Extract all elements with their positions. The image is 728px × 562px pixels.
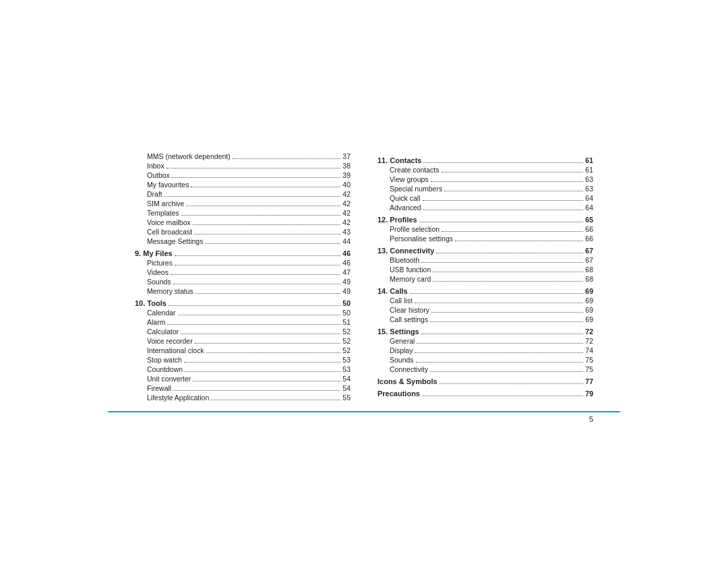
toc-subitem: Sounds49 [135,278,351,286]
toc-label: MMS (network dependent) [147,152,231,160]
toc-label: 11. Contacts [377,156,421,164]
toc-page: MMS (network dependent)37Inbox38Outbox39… [108,132,620,430]
toc-page-num: 61 [585,166,593,174]
toc-subitem: General72 [377,337,593,345]
toc-dots [423,200,584,201]
toc-page-num: 66 [585,235,593,243]
toc-subitem: Profile selection66 [377,225,593,233]
toc-dots [433,272,583,272]
toc-page-num: 46 [342,259,351,267]
toc-page-num: 67 [585,256,593,264]
toc-dots [169,305,340,306]
bottom-bar [108,411,620,412]
toc-subitem: View groups63 [377,175,593,183]
toc-page-num: 69 [585,287,593,295]
toc-dots [419,222,584,222]
toc-subitem: Message Settings44 [135,237,351,245]
toc-dots [184,362,340,363]
toc-page-num: 42 [342,209,351,217]
toc-page-num: 42 [342,190,351,198]
toc-label: Draft [147,190,162,198]
left-column: MMS (network dependent)37Inbox38Outbox39… [135,152,351,403]
toc-page-num: 79 [585,389,593,398]
toc-page-num: 38 [342,162,351,170]
toc-dots [175,265,340,266]
toc-section: Precautions79 [377,389,593,398]
toc-subitem: Lifestyle Application55 [135,394,351,402]
toc-subitem: Voice recorder52 [135,337,351,345]
toc-page-num: 63 [585,185,593,193]
toc-label: USB function [390,266,431,274]
toc-dots [185,371,340,372]
toc-container: MMS (network dependent)37Inbox38Outbox39… [135,152,593,403]
toc-dots [455,241,583,241]
toc-dots [436,253,583,253]
toc-subitem: Sounds75 [377,356,593,364]
toc-label: Special numbers [390,185,442,193]
toc-label: Countdown [147,365,183,373]
toc-section: 10. Tools50 [135,299,351,307]
toc-subitem: Memory card68 [377,275,593,283]
toc-dots [186,206,340,206]
toc-label: Precautions [377,389,420,398]
toc-subitem: Cell broadcast43 [135,228,351,236]
toc-dots [442,172,584,173]
page-number: 5 [589,415,593,423]
toc-dots [431,181,584,182]
toc-dots [195,293,340,294]
toc-label: Cell broadcast [147,228,192,236]
toc-page-num: 40 [342,181,351,189]
toc-label: Quick call [390,194,421,202]
toc-page-num: 39 [342,171,351,179]
toc-dots [173,284,341,284]
toc-label: 10. Tools [135,299,166,307]
toc-label: Voice mailbox [147,218,191,226]
toc-label: Personalise settings [390,235,453,243]
toc-page-num: 53 [342,365,351,373]
toc-subitem: Memory status49 [135,287,351,295]
toc-page-num: 65 [585,216,593,224]
toc-dots [206,352,341,353]
toc-dots [193,224,341,225]
toc-page-num: 52 [342,346,351,354]
toc-page-num: 68 [585,275,593,283]
toc-dots [415,303,583,303]
toc-page-num: 75 [585,365,593,373]
toc-page-num: 51 [342,318,351,326]
toc-subitem: Videos47 [135,268,351,276]
toc-dots [195,343,341,344]
toc-section: 9. My Files46 [135,249,351,257]
toc-label: Outbox [147,171,170,179]
toc-page-num: 63 [585,175,593,183]
toc-section: 11. Contacts61 [377,156,593,164]
toc-section: 14. Calls69 [377,287,593,295]
toc-subitem: USB function68 [377,266,593,274]
toc-dots [431,312,583,313]
toc-label: My favourites [147,181,189,189]
toc-subitem: Pictures46 [135,259,351,267]
toc-subitem: Special numbers63 [377,185,593,193]
toc-dots [444,191,583,191]
toc-page-num: 74 [585,346,593,354]
toc-dots [442,231,583,232]
toc-subitem: Bluetooth67 [377,256,593,264]
toc-dots [175,255,341,256]
toc-page-num: 67 [585,247,593,255]
toc-label: 9. My Files [135,249,173,257]
toc-page-num: 46 [342,249,351,257]
toc-label: 15. Settings [377,327,419,336]
toc-page-num: 64 [585,204,593,212]
toc-dots [164,196,341,197]
toc-dots [417,343,583,344]
toc-dots [421,334,584,334]
toc-subitem: Display74 [377,346,593,354]
toc-section: 12. Profiles65 [377,216,593,224]
toc-dots [181,215,340,216]
toc-label: Lifestyle Application [147,394,209,402]
toc-dots [430,321,583,322]
toc-label: Profile selection [390,225,439,233]
toc-page-num: 54 [342,375,351,383]
toc-subitem: Clear history69 [377,306,593,314]
toc-dots [439,383,584,384]
toc-dots [423,162,583,163]
